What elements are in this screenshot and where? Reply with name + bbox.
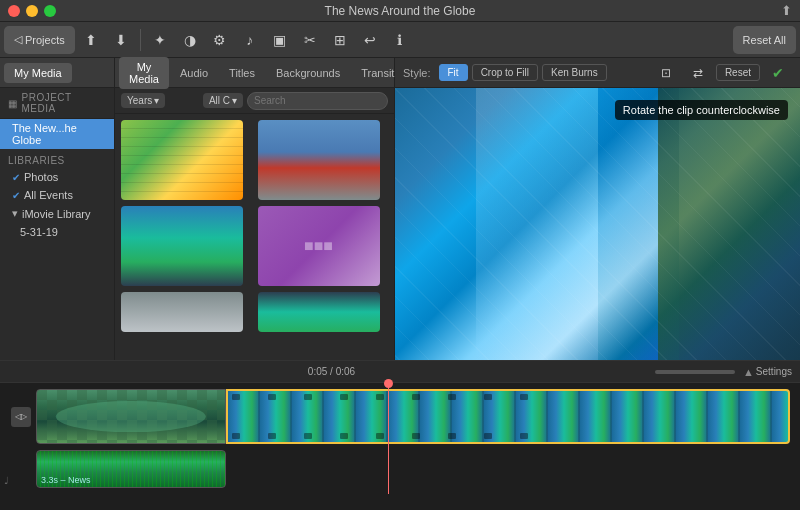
media-thumb-partial[interactable] [121,292,243,332]
check-icon: ✔ [12,172,20,183]
color-wheel-icon[interactable]: ◑ [176,26,204,54]
media-grid-toolbar: Years ▾ All C ▾ [115,88,394,114]
music-icon: ♩ [4,475,9,486]
window-title: The News Around the Globe [325,4,476,18]
clip-icon[interactable]: ✂ [296,26,324,54]
sidebar-item-project[interactable]: The New...he Globe [0,119,114,149]
libraries-label: LIBRARIES [0,149,114,168]
minimize-button[interactable] [26,5,38,17]
media-thumb-purple[interactable] [258,206,380,286]
timeline-zoom-slider[interactable] [655,370,735,374]
timeline-timecode: 0:05 / 0:06 [224,366,440,377]
media-thumb-green-bar[interactable] [258,292,380,332]
all-filter-button[interactable]: All C ▾ [203,93,243,108]
top-toolbar: ◁ Projects ⬆ ⬇ ✦ ◑ ⚙ ♪ ▣ ✂ ⊞ ↩ ℹ Reset A… [0,22,800,58]
grid-icon: ▦ [8,98,18,109]
ken-burns-button[interactable]: Ken Burns [542,64,607,81]
import-button[interactable]: ⬆ [77,26,105,54]
crop-btn-2[interactable]: ⊡ [652,59,680,87]
video-track-row: ◁▷ [10,389,790,444]
video-icon[interactable]: ▣ [266,26,294,54]
maximize-button[interactable] [44,5,56,17]
checkmark-btn[interactable]: ✔ [764,59,792,87]
media-thumb-waterfall[interactable] [121,206,243,286]
sidebar-item-photos[interactable]: ✔ Photos [0,168,114,186]
playhead [388,383,389,494]
separator-1 [140,29,141,51]
timeline-area: 0:05 / 0:06 ▲ Settings ◁▷ [0,360,800,510]
share-icon[interactable]: ⬆ [781,3,792,18]
video-track [36,389,790,444]
video-track-button[interactable]: ◁▷ [11,407,31,427]
download-button[interactable]: ⬇ [107,26,135,54]
chevron-down-icon: ▾ [154,95,159,106]
settings-icon-timeline: ▲ [743,366,754,378]
tab-my-media-2[interactable]: My Media [119,57,169,89]
triangle-icon: ▾ [12,207,18,220]
tab-audio[interactable]: Audio [170,63,218,83]
tab-titles[interactable]: Titles [219,63,265,83]
flip-btn[interactable]: ⇄ [684,59,712,87]
tab-backgrounds[interactable]: Backgrounds [266,63,350,83]
track-clip-waterfall[interactable] [226,389,790,444]
media-tabs: My Media [0,58,114,88]
audio-icon[interactable]: ♪ [236,26,264,54]
media-thumb-house[interactable] [258,120,380,200]
style-label: Style: [403,67,431,79]
track-clip-world[interactable] [36,389,226,444]
timeline-tracks: ◁▷ [0,383,800,494]
timeline-settings-button[interactable]: Settings [756,366,792,377]
magic-wand-icon[interactable]: ✦ [146,26,174,54]
projects-button[interactable]: ◁ Projects [4,26,75,54]
media-tabs-bar: My Media Audio Titles Backgrounds Transi… [115,58,394,88]
title-bar-right-icons: ⬆ [781,3,792,18]
audio-track-row: 3.3s – News [10,450,790,488]
search-input[interactable] [247,92,388,110]
reset-button[interactable]: Reset [716,64,760,81]
window-controls [8,5,56,17]
fit-button[interactable]: Fit [439,64,468,81]
video-track-controls: ◁▷ [10,407,32,427]
sidebar-item-all-events[interactable]: ✔ All Events [0,186,114,204]
title-bar: The News Around the Globe ⬆ [0,0,800,22]
project-media-header: ▦ PROJECT MEDIA [0,88,114,119]
crop-icon[interactable]: ⊞ [326,26,354,54]
audio-track[interactable]: 3.3s – News [36,450,226,488]
chevron-down-icon-2: ▾ [232,95,237,106]
back-icon: ◁ [14,33,22,46]
close-button[interactable] [8,5,20,17]
timeline-header: 0:05 / 0:06 ▲ Settings [0,361,800,383]
media-thumb-game[interactable] [121,120,243,200]
audio-label: 3.3s – News [41,475,91,485]
tab-my-media[interactable]: My Media [4,63,72,83]
sidebar-item-imovie-library[interactable]: ▾ iMovie Library [0,204,114,223]
years-filter-button[interactable]: Years ▾ [121,93,165,108]
crop-to-fill-button[interactable]: Crop to Fill [472,64,538,81]
sidebar-item-date[interactable]: 5-31-19 [0,223,114,241]
stabilize-icon[interactable]: ↩ [356,26,384,54]
preview-toolbar: Style: Fit Crop to Fill Ken Burns ⊡ ⇄ Re… [395,58,800,88]
info-icon[interactable]: ℹ [386,26,414,54]
check-icon-2: ✔ [12,190,20,201]
settings-icon[interactable]: ⚙ [206,26,234,54]
reset-all-button[interactable]: Reset All [733,26,796,54]
